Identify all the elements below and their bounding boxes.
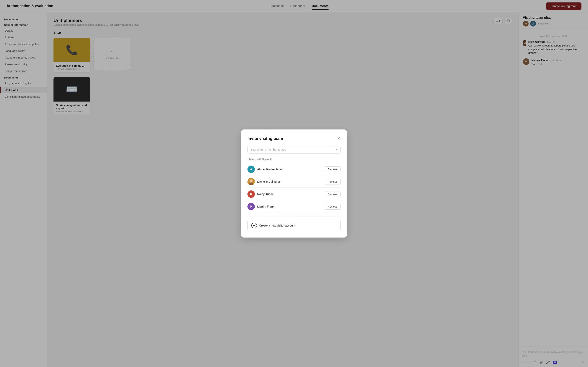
remove-button-martha[interactable]: Remove <box>325 204 341 210</box>
member-row-raley: R Raley Kurian Remove <box>247 188 341 200</box>
shared-label: Shared with 3 people <box>247 158 341 161</box>
svg-point-1 <box>250 179 252 182</box>
member-avatar-martha: M <box>247 203 255 210</box>
member-list: A Atreya Rastradhipati Remove Michelle C… <box>247 164 341 212</box>
modal-close-button[interactable]: ✕ <box>337 136 341 141</box>
divider <box>247 217 341 217</box>
search-row: ▾ <box>247 146 341 154</box>
create-visitor-button[interactable]: + Create a new visitor account <box>247 220 341 231</box>
modal-title: Invite visitng team <box>247 136 283 141</box>
member-row-atreya: A Atreya Rastradhipati Remove <box>247 164 341 175</box>
create-visitor-label: Create a new visitor account <box>259 224 295 227</box>
modal-overlay[interactable]: Invite visitng team ✕ ▾ Shared with 3 pe… <box>0 0 588 367</box>
member-avatar-michelle <box>247 178 255 185</box>
modal-header: Invite visitng team ✕ <box>247 136 341 141</box>
remove-button-atreya[interactable]: Remove <box>325 166 341 172</box>
member-row-michelle: Michelle Callaghan Remove <box>247 176 341 188</box>
michelle-avatar-svg <box>247 178 255 185</box>
invite-modal: Invite visitng team ✕ ▾ Shared with 3 pe… <box>241 129 347 238</box>
member-name-martha: Martha Frank <box>257 205 322 208</box>
member-avatar-atreya: A <box>247 166 255 173</box>
remove-button-michelle[interactable]: Remove <box>325 179 341 185</box>
remove-button-raley[interactable]: Remove <box>325 191 341 197</box>
plus-circle-icon: + <box>251 223 257 228</box>
member-row-martha: M Martha Frank Remove <box>247 201 341 212</box>
member-name-atreya: Atreya Rastradhipati <box>257 167 322 171</box>
member-search-input[interactable] <box>251 148 334 151</box>
member-avatar-raley: R <box>247 191 255 198</box>
chevron-down-icon: ▾ <box>336 148 337 151</box>
member-name-raley: Raley Kurian <box>257 192 322 196</box>
member-name-michelle: Michelle Callaghan <box>257 180 322 183</box>
